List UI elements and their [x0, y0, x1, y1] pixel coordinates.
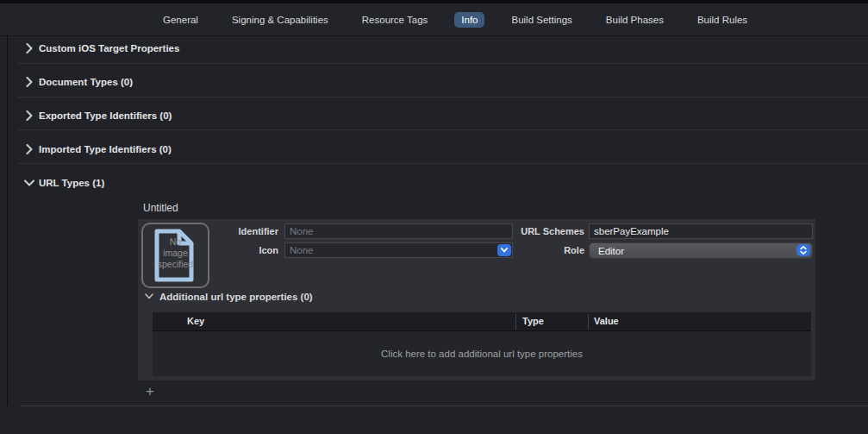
- role-label: Role: [481, 245, 584, 255]
- additional-properties-header[interactable]: Additional url type properties (0): [159, 292, 313, 302]
- column-header-key[interactable]: Key: [187, 316, 204, 326]
- empty-table-message: Click here to add additional url type pr…: [381, 349, 583, 359]
- tab-info[interactable]: Info: [454, 12, 484, 28]
- icon-field[interactable]: None: [284, 242, 513, 258]
- tab-build-rules[interactable]: Build Rules: [690, 12, 754, 28]
- role-popup[interactable]: Editor: [589, 242, 813, 259]
- identifier-label: Identifier: [192, 226, 278, 236]
- url-schemes-label: URL Schemes: [481, 226, 584, 236]
- url-type-name: Untitled: [143, 202, 178, 214]
- bottom-divider: [20, 406, 868, 406]
- chevron-right-icon[interactable]: [26, 43, 33, 53]
- additional-properties-table: Key Type Value Click here to add additio…: [153, 312, 811, 376]
- add-url-type-button[interactable]: +: [141, 383, 159, 400]
- url-schemes-field[interactable]: sberPayExample: [589, 223, 813, 239]
- column-divider[interactable]: [588, 314, 589, 330]
- identifier-field[interactable]: None: [284, 223, 513, 239]
- role-stepper-button[interactable]: [796, 244, 810, 256]
- section-divider: [18, 163, 868, 164]
- editor-left-edge: [7, 35, 8, 406]
- column-header-type[interactable]: Type: [522, 316, 544, 326]
- chevron-right-icon[interactable]: [26, 110, 33, 121]
- section-divider: [18, 129, 868, 130]
- target-tab-bar: General Signing & Capabilities Resource …: [0, 3, 868, 36]
- column-header-value[interactable]: Value: [594, 316, 619, 326]
- section-exported-type-identifiers[interactable]: Exported Type Identifiers (0): [39, 110, 172, 121]
- icon-label: Icon: [192, 245, 278, 255]
- tab-resource-tags[interactable]: Resource Tags: [355, 12, 435, 28]
- chevron-down-icon[interactable]: [145, 293, 153, 299]
- section-document-types[interactable]: Document Types (0): [39, 77, 133, 87]
- section-url-types[interactable]: URL Types (1): [39, 178, 104, 188]
- chevron-down-icon[interactable]: [24, 179, 34, 186]
- chevron-right-icon[interactable]: [26, 144, 33, 154]
- section-divider: [18, 63, 868, 64]
- table-header: Key Type Value: [153, 312, 811, 331]
- column-divider[interactable]: [515, 314, 516, 330]
- table-empty-area[interactable]: Click here to add additional url type pr…: [153, 331, 811, 376]
- section-imported-type-identifiers[interactable]: Imported Type Identifiers (0): [39, 144, 172, 154]
- up-down-chevrons-icon: [800, 246, 807, 255]
- tab-general[interactable]: General: [156, 12, 205, 28]
- tab-build-phases[interactable]: Build Phases: [599, 12, 671, 28]
- section-divider: [18, 97, 868, 97]
- chevron-right-icon[interactable]: [26, 77, 33, 87]
- section-custom-ios-target-properties[interactable]: Custom iOS Target Properties: [39, 43, 179, 53]
- tab-build-settings[interactable]: Build Settings: [504, 12, 578, 28]
- tab-signing-capabilities[interactable]: Signing & Capabilities: [225, 12, 335, 28]
